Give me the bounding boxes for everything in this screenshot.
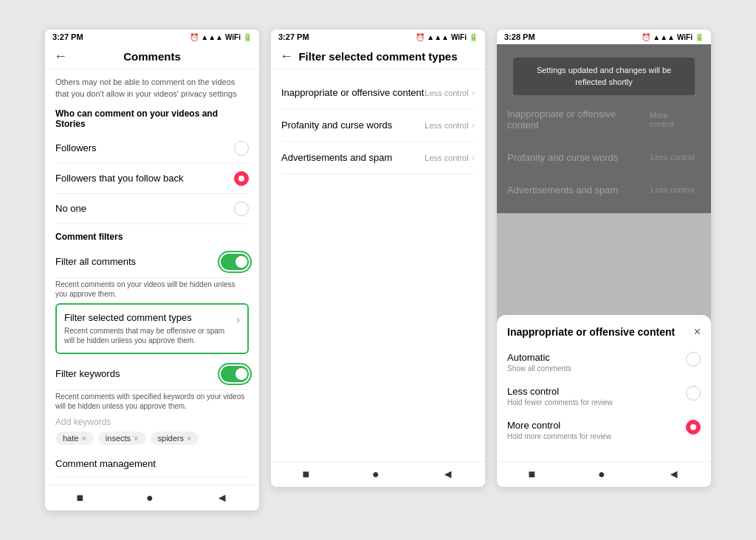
- sheet-option-more-control[interactable]: More control Hold more comments for revi…: [507, 417, 701, 443]
- alarm-icon: ⏰: [190, 33, 199, 41]
- filter-keywords-desc: Recent comments with specified keywords …: [55, 392, 249, 411]
- filter-right-2: Less control ›: [425, 152, 475, 163]
- tag-spiders-remove[interactable]: ×: [187, 434, 191, 443]
- screen3-filter-right-0: More control ›: [650, 111, 701, 128]
- add-keywords-label: Add keywords: [55, 417, 249, 427]
- screen3-filter-control-0: More control: [650, 111, 695, 128]
- sheet-option-more-label: More control: [507, 420, 611, 431]
- filter-all-label: Filter all comments: [55, 256, 136, 267]
- filter-selected-label: Filter selected comment types: [64, 312, 232, 323]
- followers-radio[interactable]: [234, 141, 249, 156]
- nav-back-3[interactable]: ◄: [668, 468, 680, 481]
- wifi-icon: WiFi: [225, 33, 241, 41]
- screen2-title: Filter selected comment types: [298, 50, 457, 63]
- time-2: 3:27 PM: [278, 32, 309, 41]
- keywords-tags: hate × insects × spiders ×: [55, 432, 249, 445]
- followers-follow-back-row[interactable]: Followers that you follow back: [55, 164, 249, 194]
- less-control-radio[interactable]: [686, 386, 701, 401]
- comment-management-row[interactable]: Comment management: [55, 451, 249, 477]
- section1-title: Who can comment on your videos and Stori…: [55, 108, 249, 129]
- bottom-sheet-header: Inappropriate or offensive content ×: [507, 325, 701, 339]
- signal-icon: ▲▲▲: [201, 33, 223, 41]
- screen3-filter-control-2: Less control: [650, 185, 694, 194]
- sheet-option-less-control[interactable]: Less control Hold fewer comments for rev…: [507, 383, 701, 409]
- nav-circle-1[interactable]: ●: [146, 491, 154, 505]
- tag-spiders[interactable]: spiders ×: [151, 432, 199, 445]
- screen1-content: Others may not be able to comment on the…: [45, 69, 259, 485]
- tag-hate-remove[interactable]: ×: [81, 434, 86, 443]
- bottom-sheet-title: Inappropriate or offensive content: [507, 326, 675, 338]
- filter-all-row[interactable]: Filter all comments: [55, 246, 249, 278]
- filter-control-1: Less control: [425, 121, 468, 130]
- sheet-option-automatic[interactable]: Automatic Show all comments: [507, 349, 701, 375]
- settings-banner: Settings updated and changes will be ref…: [513, 58, 695, 95]
- tag-insects[interactable]: insects ×: [98, 432, 146, 445]
- sheet-option-less-row: Less control Hold fewer comments for rev…: [507, 383, 701, 409]
- time-1: 3:27 PM: [52, 32, 83, 41]
- nav-back-2[interactable]: ◄: [442, 468, 454, 481]
- back-button-2[interactable]: ←: [280, 49, 293, 64]
- nav-square-2[interactable]: ■: [302, 468, 309, 481]
- tag-insects-remove[interactable]: ×: [134, 434, 138, 443]
- sheet-option-more-row: More control Hold more comments for revi…: [507, 417, 701, 443]
- screen3-chevron-0: ›: [698, 114, 701, 125]
- filter-keywords-row[interactable]: Filter keywords: [55, 359, 249, 390]
- nav-header-2: ← Filter selected comment types: [271, 44, 485, 69]
- chevron-right-0: ›: [472, 87, 475, 98]
- filter-selected-content: Filter selected comment types Recent com…: [64, 312, 232, 345]
- screen3-dimmed-area: Settings updated and changes will be ref…: [497, 44, 711, 213]
- filter-all-toggle[interactable]: [221, 254, 249, 270]
- filter-row-2[interactable]: Advertisements and spam Less control ›: [281, 142, 475, 174]
- screen3-filter-right-1: Less control ›: [650, 152, 701, 163]
- screen3-filter-row-1: Profanity and curse words Less control ›: [507, 142, 701, 174]
- filter-control-0: Less control: [425, 89, 468, 97]
- back-button-1[interactable]: ←: [54, 49, 67, 64]
- sheet-option-automatic-text: Automatic Show all comments: [507, 352, 571, 373]
- filter-selected-chevron: ›: [236, 314, 240, 325]
- automatic-radio[interactable]: [686, 352, 701, 367]
- nav-circle-3[interactable]: ●: [598, 468, 605, 481]
- followers-follow-back-label: Followers that you follow back: [55, 173, 183, 184]
- tag-spiders-text: spiders: [158, 434, 184, 443]
- screen2-content: Inappropriate or offensive content Less …: [271, 69, 485, 461]
- filter-label-2: Advertisements and spam: [281, 152, 392, 163]
- nav-back-1[interactable]: ◄: [216, 491, 228, 505]
- chevron-right-2: ›: [472, 152, 475, 163]
- screen1-title: Comments: [123, 50, 181, 63]
- no-one-radio[interactable]: [234, 201, 249, 216]
- no-one-label: No one: [55, 203, 86, 214]
- filter-keywords-toggle[interactable]: [221, 366, 249, 382]
- filter-row-1[interactable]: Profanity and curse words Less control ›: [281, 109, 475, 142]
- filter-row-0[interactable]: Inappropriate or offensive content Less …: [281, 77, 475, 109]
- screen3-filter-right-2: Less control ›: [650, 184, 701, 195]
- battery-icon-2: 🔋: [469, 33, 478, 41]
- signal-icon-3: ▲▲▲: [653, 33, 675, 41]
- tag-hate[interactable]: hate ×: [55, 432, 94, 445]
- followers-row[interactable]: Followers: [55, 134, 249, 164]
- sheet-option-automatic-label: Automatic: [507, 352, 571, 363]
- sheet-option-less-desc: Hold fewer comments for review: [507, 398, 613, 406]
- filter-selected-box[interactable]: Filter selected comment types Recent com…: [55, 303, 249, 354]
- nav-square-3[interactable]: ■: [528, 468, 535, 481]
- nav-square-1[interactable]: ■: [76, 491, 83, 505]
- wifi-icon-2: WiFi: [451, 33, 467, 41]
- alarm-icon-3: ⏰: [642, 33, 650, 41]
- filter-right-0: Less control ›: [425, 87, 475, 98]
- wifi-icon-3: WiFi: [677, 33, 693, 41]
- tag-insects-text: insects: [106, 434, 131, 443]
- bottom-sheet-close[interactable]: ×: [694, 325, 701, 339]
- screen3-filter-row-2: Advertisements and spam Less control ›: [507, 174, 701, 206]
- nav-header-1: ← Comments: [45, 44, 259, 69]
- nav-bar-3: ■ ● ◄: [497, 461, 711, 487]
- sheet-option-less-text: Less control Hold fewer comments for rev…: [507, 386, 613, 406]
- status-bar-3: 3:28 PM ⏰ ▲▲▲ WiFi 🔋: [497, 30, 711, 44]
- screens-container: 3:27 PM ⏰ ▲▲▲ WiFi 🔋 ← Comments Others m…: [30, 15, 726, 525]
- screen3-filter-label-2: Advertisements and spam: [507, 184, 618, 195]
- filter-all-desc: Recent comments on your videos will be h…: [55, 280, 249, 299]
- screen3-overlay: Inappropriate or offensive content × Aut…: [497, 213, 711, 487]
- followers-follow-back-radio[interactable]: [234, 171, 249, 186]
- no-one-row[interactable]: No one: [55, 194, 249, 224]
- more-control-radio[interactable]: [686, 420, 701, 435]
- nav-circle-2[interactable]: ●: [372, 468, 379, 481]
- screen3-filter-control-1: Less control: [650, 153, 694, 162]
